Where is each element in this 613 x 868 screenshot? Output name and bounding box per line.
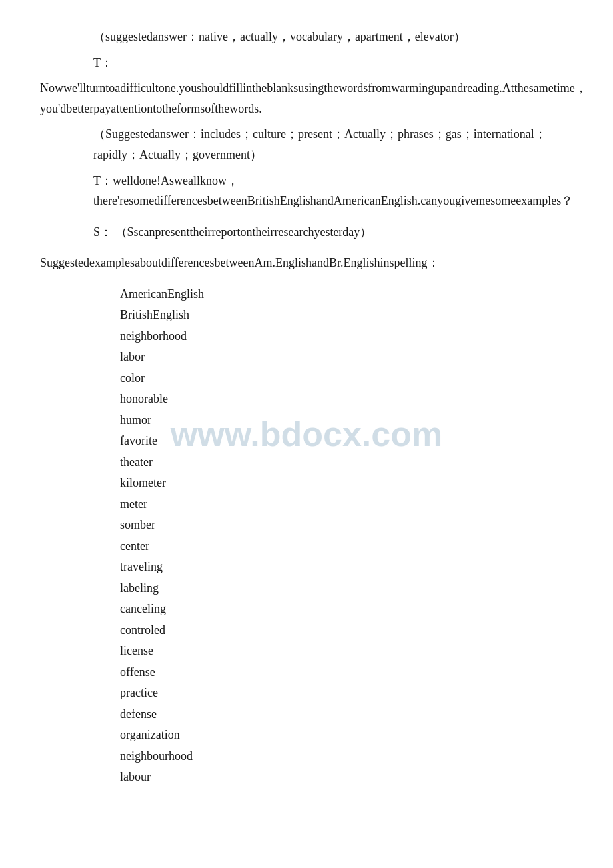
- col-header-british: BritishEnglish: [120, 305, 573, 326]
- paragraph-s-label: S： （Sscanpresenttheirreportontheirresear…: [40, 222, 573, 243]
- word-neighborhood: neighborhood: [120, 326, 573, 347]
- word-labour: labour: [120, 767, 573, 788]
- paragraph-t-label-2: T：welldone!Asweallknow，there'resomediffe…: [40, 171, 573, 211]
- word-kilometer: kilometer: [120, 473, 573, 494]
- word-defense: defense: [120, 704, 573, 725]
- word-humor: humor: [120, 410, 573, 431]
- word-license: license: [120, 641, 573, 662]
- word-canceling: canceling: [120, 599, 573, 620]
- word-favorite: favorite: [120, 431, 573, 452]
- word-controled: controled: [120, 620, 573, 641]
- word-neighbourhood: neighbourhood: [120, 746, 573, 767]
- word-list-container: AmericanEnglish BritishEnglish neighborh…: [40, 284, 573, 788]
- col-header-american: AmericanEnglish: [120, 284, 573, 305]
- word-practice: practice: [120, 683, 573, 704]
- word-meter: meter: [120, 494, 573, 515]
- word-theater: theater: [120, 452, 573, 473]
- document-body: （suggestedanswer：native，actually，vocabul…: [40, 27, 573, 788]
- word-offense: offense: [120, 662, 573, 683]
- word-organization: organization: [120, 725, 573, 746]
- word-traveling: traveling: [120, 557, 573, 578]
- word-center: center: [120, 536, 573, 557]
- paragraph-suggested-answer-2: （Suggestedanswer：includes；culture；presen…: [40, 124, 573, 165]
- paragraph-suggested-answer-1: （suggestedanswer：native，actually，vocabul…: [40, 27, 573, 47]
- word-honorable: honorable: [120, 389, 573, 410]
- word-somber: somber: [120, 515, 573, 536]
- paragraph-t-label-1: T：: [40, 53, 573, 73]
- word-labeling: labeling: [120, 578, 573, 599]
- word-color: color: [120, 368, 573, 389]
- paragraph-t-body-1: Nowwe'llturntoadifficultone.youshouldfil…: [40, 78, 573, 119]
- word-labor: labor: [120, 347, 573, 368]
- paragraph-suggested-examples: Suggestedexamplesaboutdifferencesbetween…: [40, 253, 573, 273]
